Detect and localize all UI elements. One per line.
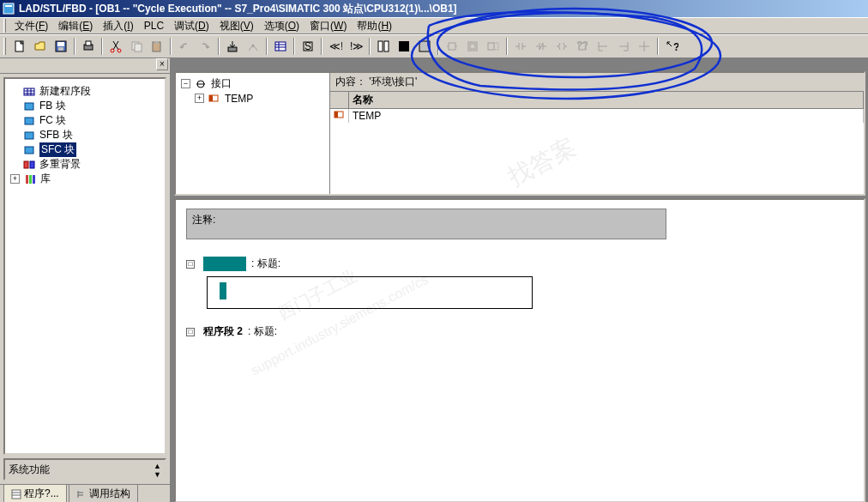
tree-item-sfb[interactable]: SFB 块: [9, 128, 161, 142]
toolbar-separator: [266, 38, 268, 55]
collapse-icon[interactable]: −: [181, 79, 190, 88]
close-panel-button[interactable]: ×: [156, 58, 168, 70]
block-symbol-button[interactable]: S: [298, 37, 317, 56]
network-button[interactable]: [443, 37, 461, 56]
menu-option[interactable]: 选项(O): [259, 17, 304, 35]
menu-help[interactable]: 帮助(H): [352, 17, 397, 35]
reference-button[interactable]: [271, 37, 290, 56]
element-tree[interactable]: 新建程序段 FB 块 FC 块 SFB 块: [3, 77, 166, 455]
overview-button[interactable]: [395, 37, 413, 56]
sysfun-box[interactable]: 系统功能 ▲▼: [3, 458, 166, 481]
menu-edit[interactable]: 编辑(E): [53, 17, 98, 35]
print-button[interactable]: [79, 37, 98, 56]
coil-button[interactable]: [552, 37, 571, 56]
sysfun-label: 系统功能: [9, 463, 50, 477]
toolbar-separator: [170, 38, 172, 55]
svg-text:??: ??: [576, 39, 588, 51]
tree-item-multi[interactable]: 多重背景: [9, 157, 161, 172]
tab-program[interactable]: 程序?...: [3, 484, 67, 502]
interface-root[interactable]: − 接口: [179, 76, 326, 91]
branch-close-button[interactable]: [614, 37, 633, 56]
svg-rect-7: [86, 41, 91, 45]
download-button[interactable]: [223, 37, 242, 56]
undo-button[interactable]: [175, 37, 194, 56]
svg-rect-14: [228, 47, 237, 51]
segment-1-name[interactable]: 程序段 1: [203, 257, 246, 271]
tab-callstruct[interactable]: 调用结构: [69, 484, 138, 502]
toolbar-separator: [101, 38, 103, 55]
left-tabs: 程序?... 调用结构: [0, 484, 170, 502]
svg-text:S: S: [304, 40, 311, 52]
svg-rect-28: [488, 43, 494, 50]
goto-button[interactable]: ≪!: [326, 37, 345, 56]
svg-rect-11: [135, 44, 142, 51]
editor-area[interactable]: 注释: □ 程序段 1 : 标题: □ 程序段 2 : 标题:: [174, 198, 865, 502]
left-panel-header: ×: [0, 58, 170, 74]
toolbar-separator: [437, 38, 439, 55]
block-icon: [22, 130, 36, 142]
no-contact-button[interactable]: [511, 37, 530, 56]
menu-window[interactable]: 窗口(W): [304, 17, 352, 35]
svg-rect-37: [24, 161, 28, 168]
redo-button[interactable]: [196, 37, 214, 56]
expand-icon[interactable]: +: [195, 94, 204, 103]
menu-file[interactable]: 文件(F): [9, 17, 53, 35]
tree-item-new-segment[interactable]: 新建程序段: [9, 84, 161, 99]
goto-next-button[interactable]: !≫: [347, 37, 365, 56]
help-button[interactable]: ?: [662, 37, 681, 56]
svg-rect-32: [24, 88, 34, 95]
segment-1-body[interactable]: [207, 276, 533, 309]
cursor: [220, 282, 226, 299]
paste-button[interactable]: [148, 37, 166, 56]
grid-header-name[interactable]: 名称: [349, 92, 864, 108]
nc-contact-button[interactable]: [532, 37, 551, 56]
grid-header-icon-col[interactable]: [330, 92, 349, 108]
new-button[interactable]: [10, 37, 29, 56]
segment-2-name[interactable]: 程序段 2: [203, 324, 243, 339]
row-icon: [330, 109, 349, 123]
menu-plc[interactable]: PLC: [139, 18, 169, 33]
svg-rect-39: [26, 175, 28, 184]
svg-rect-1: [5, 5, 12, 7]
lib-icon: [23, 173, 37, 185]
tree-item-sfc[interactable]: SFC 块: [9, 142, 161, 157]
branch-open-button[interactable]: [594, 37, 612, 56]
tree-label: SFC 块: [39, 142, 76, 157]
detail-button[interactable]: [415, 37, 434, 56]
menu-insert[interactable]: 插入(I): [98, 17, 138, 35]
segment-2-header[interactable]: □ 程序段 2 : 标题:: [186, 324, 853, 339]
save-button[interactable]: [51, 37, 70, 56]
tree-item-fb[interactable]: FB 块: [9, 99, 161, 113]
box-button[interactable]: ??: [573, 37, 592, 56]
monitor-button[interactable]: [244, 37, 262, 56]
collapse-icon[interactable]: □: [186, 260, 195, 269]
cut-button[interactable]: [106, 37, 125, 56]
svg-rect-23: [399, 41, 409, 51]
connection-button[interactable]: [635, 37, 654, 56]
interface-tree[interactable]: − 接口 + TEMP: [176, 73, 330, 194]
menu-view[interactable]: 视图(V): [214, 17, 259, 35]
symbol-button[interactable]: [463, 37, 482, 56]
copy-button[interactable]: [127, 37, 146, 56]
row-name[interactable]: TEMP: [349, 109, 864, 123]
toolbar-handle[interactable]: [3, 38, 6, 55]
svg-rect-38: [30, 161, 34, 168]
collapse-icon[interactable]: □: [186, 328, 195, 336]
tree-item-lib[interactable]: + 库: [9, 172, 161, 186]
comment-box[interactable]: 注释:: [186, 209, 666, 239]
network-icon: [22, 86, 36, 98]
catalog-button[interactable]: [374, 37, 393, 56]
block-icon: [22, 100, 36, 112]
tree-item-fc[interactable]: FC 块: [9, 113, 161, 128]
grid-row[interactable]: TEMP: [330, 109, 864, 123]
expand-icon[interactable]: +: [10, 174, 20, 184]
up-down-icon[interactable]: ▲▼: [154, 462, 161, 479]
toolbar-separator: [506, 38, 508, 55]
insert-network-button[interactable]: [484, 37, 503, 56]
svg-rect-25: [449, 43, 455, 50]
interface-temp[interactable]: + TEMP: [179, 91, 326, 106]
segment-1-header[interactable]: □ 程序段 1 : 标题:: [186, 257, 853, 271]
menubar-handle[interactable]: [3, 19, 6, 33]
open-button[interactable]: [31, 37, 50, 56]
menu-debug[interactable]: 调试(D): [169, 17, 214, 35]
